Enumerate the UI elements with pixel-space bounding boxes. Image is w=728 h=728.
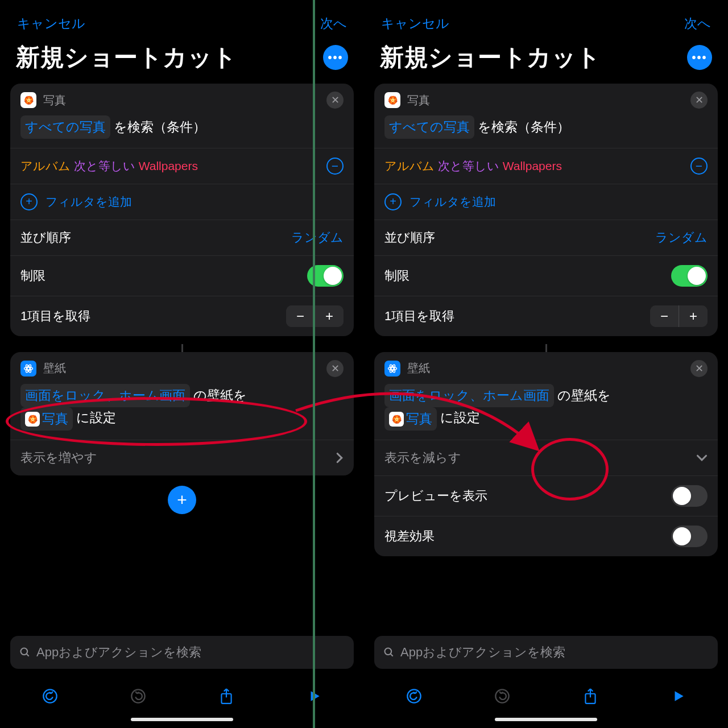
show-more-row[interactable]: 表示を増やす [10,440,354,475]
run-button[interactable] [666,684,691,709]
add-filter-label: フィルタを追加 [46,194,132,210]
action-connector [374,344,718,352]
wallpaper-text-1: の壁紙を [190,388,247,403]
more-button[interactable]: ••• [323,45,348,70]
show-less-row[interactable]: 表示を減らす [374,440,718,475]
next-button[interactable]: 次へ [320,15,347,32]
token-lock-home[interactable]: 画面をロック、ホーム画面 [384,384,554,407]
sort-order-value[interactable]: ランダム [655,229,708,246]
chevron-down-icon [696,454,708,462]
stepper-plus[interactable]: + [679,305,708,327]
token-all-photos[interactable]: すべての写真 [384,115,474,139]
stepper-minus[interactable]: − [286,305,315,327]
plus-circle-icon: + [20,193,38,210]
wallpaper-text-2: に設定 [73,410,116,425]
add-filter-button[interactable]: + フィルタを追加 [10,184,354,220]
preview-label: プレビューを表示 [384,487,671,504]
action-app-name: 写真 [43,93,66,108]
photos-app-icon: 🏵️ [384,92,400,108]
left-screenshot: キャンセル 次へ 新規ショートカット ••• 🏵️ 写真 ✕ すべての写真 を検… [0,0,364,728]
search-field[interactable]: Appおよびアクションを検索 [10,636,354,669]
cancel-button[interactable]: キャンセル [381,15,449,32]
photos-app-icon: 🏵️ [20,92,36,108]
wallpaper-app-icon [384,361,400,377]
filter-row: アルバム 次と等しい Wallpapers − [10,148,354,184]
wallpaper-text-2: に設定 [437,410,480,425]
search-icon [19,647,31,658]
undo-button[interactable] [38,684,63,709]
plus-circle-icon: + [384,193,402,210]
filter-value[interactable]: Wallpapers [503,159,562,173]
right-screenshot: キャンセル 次へ 新規ショートカット ••• 🏵️ 写真 ✕ すべての写真 を検… [364,0,728,728]
chevron-right-icon [336,452,344,464]
more-button[interactable]: ••• [687,45,712,70]
action-card-photos: 🏵️ 写真 ✕ すべての写真 を検索（条件） アルバム 次と等しい Wallpa… [374,84,718,336]
svg-point-0 [27,367,30,370]
count-stepper[interactable]: − + [650,305,708,327]
action-card-wallpaper: 壁紙 ✕ 画面をロック、ホーム画面 の壁紙を 🏵️写真 に設定 表示を増やす [10,352,354,475]
filter-value[interactable]: Wallpapers [139,159,198,173]
add-filter-label: フィルタを追加 [410,194,496,210]
next-button[interactable]: 次へ [684,15,711,32]
search-field[interactable]: Appおよびアクションを検索 [374,636,718,669]
filter-operator[interactable]: 次と等しい [74,158,135,174]
limit-label: 制限 [20,267,307,284]
get-count-label: 1項目を取得 [384,308,650,325]
cancel-button[interactable]: キャンセル [17,15,85,32]
filter-row: アルバム 次と等しい Wallpapers − [374,148,718,184]
share-button[interactable] [214,684,239,709]
bottom-toolbar [364,673,728,714]
remove-action-button[interactable]: ✕ [690,92,708,109]
search-suffix-text: を検索（条件） [474,119,570,134]
stepper-minus[interactable]: − [650,305,679,327]
remove-action-button[interactable]: ✕ [326,360,344,377]
show-less-label: 表示を減らす [384,449,461,466]
add-action-button[interactable]: + [168,486,196,514]
search-placeholder: Appおよびアクションを検索 [400,644,565,661]
show-more-label: 表示を増やす [20,449,97,466]
navbar: キャンセル 次へ [0,0,364,38]
token-lock-home[interactable]: 画面をロック、ホーム画面 [20,384,190,407]
action-card-photos: 🏵️ 写真 ✕ すべての写真 を検索（条件） アルバム 次と等しい Wallpa… [10,84,354,336]
action-app-name: 壁紙 [43,361,66,376]
sort-order-value[interactable]: ランダム [291,229,344,246]
remove-action-button[interactable]: ✕ [690,360,708,377]
svg-line-5 [27,654,29,656]
undo-button[interactable] [402,684,427,709]
filter-field[interactable]: アルバム [20,158,71,174]
svg-point-7 [131,689,144,702]
filter-field[interactable]: アルバム [384,158,435,174]
parallax-toggle[interactable] [671,526,708,547]
limit-toggle[interactable] [671,265,708,287]
add-filter-button[interactable]: + フィルタを追加 [374,184,718,220]
search-suffix-text: を検索（条件） [110,119,206,134]
token-photos-variable[interactable]: 🏵️写真 [384,407,437,431]
action-card-wallpaper-expanded: 壁紙 ✕ 画面をロック、ホーム画面 の壁紙を 🏵️写真 に設定 表示を減らす プ… [374,352,718,556]
remove-filter-button[interactable]: − [326,158,344,175]
redo-button [126,684,151,709]
bottom-toolbar [0,673,364,714]
svg-point-6 [43,689,56,702]
token-all-photos[interactable]: すべての写真 [20,115,110,139]
share-button[interactable] [578,684,603,709]
token-photos-variable[interactable]: 🏵️写真 [20,407,73,431]
stepper-plus[interactable]: + [315,305,344,327]
sort-order-label: 並び順序 [384,229,655,246]
home-indicator [131,718,233,721]
svg-line-14 [391,654,393,656]
search-placeholder: Appおよびアクションを検索 [36,644,201,661]
svg-point-13 [385,648,392,655]
page-title: 新規ショートカット [380,42,601,73]
wallpaper-app-icon [20,361,36,377]
search-icon [383,647,395,658]
action-app-name: 壁紙 [407,361,430,376]
svg-point-15 [407,689,420,702]
svg-point-9 [391,367,394,370]
action-app-name: 写真 [407,93,430,108]
remove-action-button[interactable]: ✕ [326,92,344,109]
filter-operator[interactable]: 次と等しい [438,158,499,174]
svg-point-16 [495,689,508,702]
parallax-label: 視差効果 [384,528,671,545]
remove-filter-button[interactable]: − [690,158,708,175]
preview-toggle[interactable] [671,485,708,507]
